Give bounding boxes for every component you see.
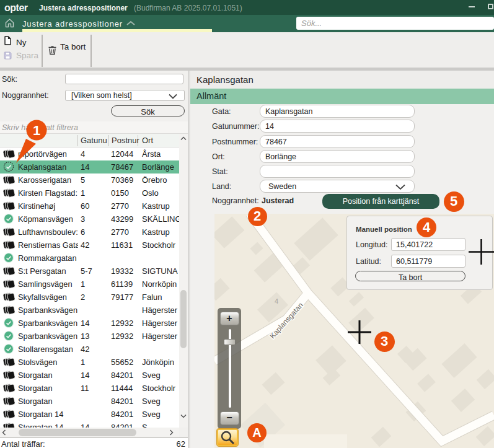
svg-text:1: 1 [33,123,40,138]
svg-text:4: 4 [275,297,278,305]
